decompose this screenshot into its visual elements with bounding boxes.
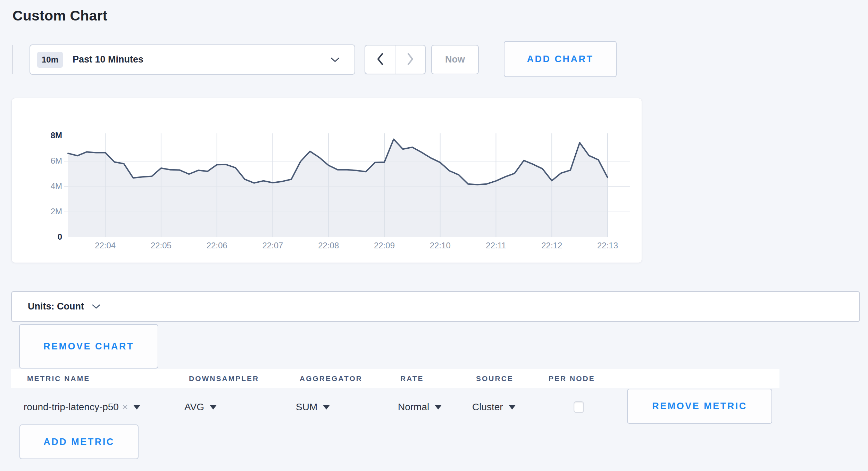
time-range-label: Past 10 Minutes	[73, 54, 143, 65]
page-title: Custom Chart	[12, 8, 107, 24]
svg-text:2M: 2M	[51, 207, 62, 216]
units-label: Units: Count	[28, 301, 84, 312]
svg-text:22:07: 22:07	[262, 241, 283, 250]
svg-text:22:08: 22:08	[318, 241, 339, 250]
svg-text:6M: 6M	[51, 156, 62, 165]
time-range-dropdown[interactable]: 10m Past 10 Minutes	[30, 44, 355, 75]
remove-metric-button[interactable]: REMOVE METRIC	[627, 389, 772, 424]
remove-metric-label: REMOVE METRIC	[652, 401, 747, 412]
svg-text:22:13: 22:13	[597, 241, 618, 250]
svg-text:22:04: 22:04	[95, 241, 116, 250]
time-range-badge: 10m	[37, 52, 63, 68]
svg-text:8M: 8M	[51, 131, 62, 140]
svg-text:22:05: 22:05	[151, 241, 172, 250]
aggregator-dropdown[interactable]: SUM	[296, 402, 330, 413]
metrics-table-header: METRIC NAME DOWNSAMPLER AGGREGATOR RATE …	[11, 369, 779, 388]
header-metric-name: METRIC NAME	[27, 374, 90, 383]
custom-chart-card: 02M4M6M8M22:0422:0522:0622:0722:0822:092…	[11, 98, 642, 263]
svg-text:0: 0	[58, 232, 62, 241]
caret-down-icon	[210, 405, 217, 410]
metric-name-dropdown[interactable]: round-trip-latency-p50 ×	[24, 402, 140, 413]
add-chart-label: ADD CHART	[527, 54, 594, 65]
svg-text:4M: 4M	[51, 181, 62, 191]
rate-value: Normal	[398, 402, 429, 413]
next-time-button[interactable]	[395, 46, 425, 74]
remove-chart-button[interactable]: REMOVE CHART	[19, 324, 158, 369]
downsampler-dropdown[interactable]: AVG	[184, 402, 217, 413]
time-step-button-group	[365, 45, 426, 74]
svg-text:22:11: 22:11	[486, 241, 506, 250]
svg-text:22:06: 22:06	[207, 241, 227, 250]
source-value: Cluster	[472, 402, 503, 413]
rate-dropdown[interactable]: Normal	[398, 402, 442, 413]
caret-down-icon	[435, 405, 442, 410]
header-downsampler: DOWNSAMPLER	[189, 374, 259, 383]
svg-text:22:10: 22:10	[430, 241, 451, 250]
chevron-down-icon	[330, 57, 340, 63]
time-window-accent-divider	[12, 45, 13, 74]
svg-text:22:12: 22:12	[541, 241, 562, 250]
per-node-checkbox[interactable]	[574, 401, 584, 413]
now-button-label: Now	[445, 54, 465, 65]
timeseries-chart: 02M4M6M8M22:0422:0522:0622:0722:0822:092…	[12, 98, 642, 263]
remove-chart-label: REMOVE CHART	[43, 341, 134, 352]
add-metric-button[interactable]: ADD METRIC	[19, 424, 139, 459]
clear-metric-icon[interactable]: ×	[122, 402, 128, 413]
source-dropdown[interactable]: Cluster	[472, 402, 516, 413]
aggregator-value: SUM	[296, 402, 317, 413]
now-button[interactable]: Now	[431, 45, 479, 74]
header-rate: RATE	[400, 374, 424, 383]
chevron-left-icon	[376, 52, 384, 67]
caret-down-icon	[133, 405, 140, 410]
chevron-down-icon	[92, 304, 101, 309]
header-per-node: PER NODE	[549, 374, 595, 383]
chevron-right-icon	[407, 52, 414, 67]
header-source: SOURCE	[476, 374, 514, 383]
svg-text:22:09: 22:09	[374, 241, 395, 250]
add-metric-label: ADD METRIC	[43, 437, 115, 447]
prev-time-button[interactable]	[365, 46, 395, 74]
caret-down-icon	[509, 405, 516, 410]
units-dropdown[interactable]: Units: Count	[11, 291, 860, 322]
header-aggregator: AGGREGATOR	[300, 374, 362, 383]
caret-down-icon	[323, 405, 330, 410]
downsampler-value: AVG	[184, 402, 204, 413]
metric-name-value: round-trip-latency-p50	[24, 402, 119, 413]
add-chart-button[interactable]: ADD CHART	[504, 41, 617, 77]
